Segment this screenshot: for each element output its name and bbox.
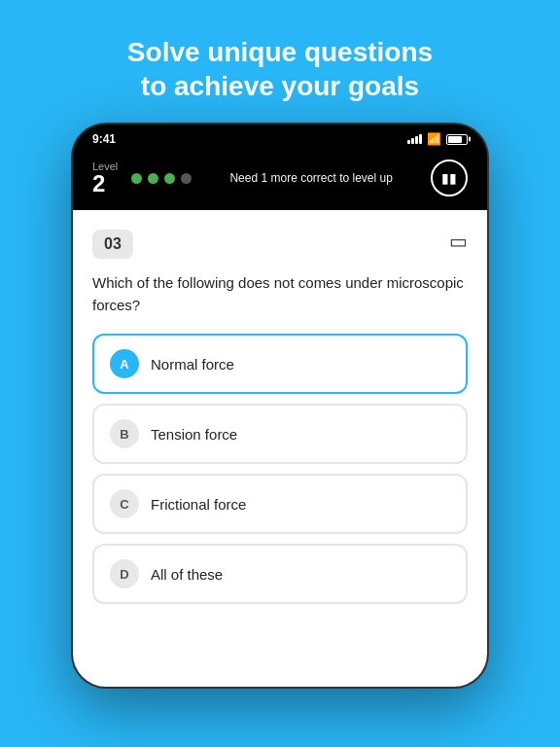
bookmark-icon[interactable]: ▭ (449, 230, 468, 253)
status-icons: 📶 (407, 132, 468, 146)
time: 9:41 (92, 132, 116, 146)
option-c-label: C (110, 489, 139, 518)
option-d-text: All of these (151, 566, 223, 583)
answer-options: A Normal force B Tension force C Frictio… (92, 334, 468, 604)
option-b-text: Tension force (151, 426, 237, 443)
device-frame: 9:41 📶 Level 2 Need 1 more correct (71, 123, 489, 689)
option-b-label: B (110, 419, 139, 448)
game-header: Level 2 Need 1 more correct to level up … (73, 150, 487, 210)
dot-4 (181, 173, 192, 184)
option-a[interactable]: A Normal force (92, 334, 468, 394)
option-a-label: A (110, 349, 139, 378)
option-c[interactable]: C Frictional force (92, 474, 468, 534)
header-text: Solve unique questions to achieve your g… (88, 0, 472, 123)
level-message: Need 1 more correct to level up (205, 171, 417, 185)
status-bar: 9:41 📶 (73, 124, 487, 150)
signal-icon (407, 134, 422, 144)
wifi-icon: 📶 (427, 132, 441, 146)
question-top: 03 ▭ (92, 230, 468, 259)
option-c-text: Frictional force (151, 496, 246, 513)
dot-3 (164, 173, 175, 184)
question-text: Which of the following does not comes un… (92, 272, 468, 316)
option-b[interactable]: B Tension force (92, 404, 468, 464)
option-d-label: D (110, 559, 139, 588)
level-info: Level 2 (92, 160, 118, 196)
level-number: 2 (92, 172, 118, 196)
dot-1 (131, 173, 142, 184)
progress-dots (131, 173, 192, 184)
option-d[interactable]: D All of these (92, 544, 468, 604)
pause-icon: ▮▮ (441, 170, 457, 186)
pause-button[interactable]: ▮▮ (431, 160, 468, 196)
question-number: 03 (92, 230, 133, 259)
option-a-text: Normal force (151, 356, 234, 373)
battery-icon (446, 134, 468, 145)
quiz-card: 03 ▭ Which of the following does not com… (73, 210, 487, 687)
dot-2 (148, 173, 158, 184)
